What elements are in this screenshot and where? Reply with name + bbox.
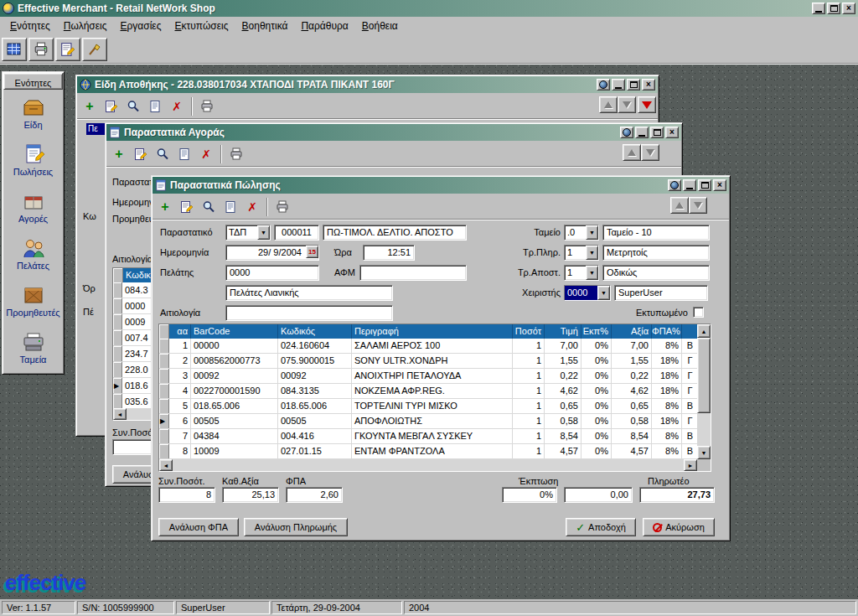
edit-tool-button[interactable] <box>55 38 80 61</box>
register-combo[interactable]: .0 ▼ <box>564 225 599 241</box>
minimize-button[interactable] <box>612 79 625 91</box>
table-row[interactable]: 5 018.65.006 018.65.006 ΤΟΡΤΕΛΙΝΙ ΤΥΡΙ Μ… <box>159 399 711 414</box>
next-record-button[interactable] <box>618 96 636 113</box>
drop-list-button[interactable] <box>638 96 656 113</box>
maximize-button[interactable] <box>627 79 640 91</box>
search-button[interactable] <box>123 96 143 116</box>
dropdown-button[interactable]: ▼ <box>586 246 598 260</box>
print-button[interactable] <box>197 96 217 116</box>
round-indicator-button[interactable] <box>668 179 681 191</box>
table-row[interactable]: 1 00000 024.160604 ΣΑΛΑΜΙ ΑΕΡΟΣ 100 1 7,… <box>159 339 711 354</box>
time-field[interactable]: 12:51 <box>363 245 415 261</box>
customer-code-field[interactable]: 0000 <box>225 265 319 281</box>
sidebar-item-suppliers[interactable]: Προμηθευτές <box>3 277 63 324</box>
print-button[interactable] <box>272 197 292 217</box>
print-tool-button[interactable] <box>28 38 54 61</box>
search-button[interactable] <box>199 197 219 217</box>
maximize-button[interactable] <box>827 3 840 14</box>
operator-combo[interactable]: 0000 ▼ <box>564 285 611 301</box>
prev-record-button[interactable] <box>623 144 641 161</box>
print-button[interactable] <box>226 144 246 164</box>
reason-field[interactable] <box>225 305 393 321</box>
dropdown-button[interactable]: ▼ <box>586 225 598 240</box>
sidebar-item-sales[interactable]: Πωλήσεις <box>3 137 63 184</box>
scroll-up-button[interactable]: ▲ <box>697 324 711 338</box>
dropdown-button[interactable]: ▼ <box>586 266 598 280</box>
horizontal-scrollbar[interactable]: ◄ ► <box>159 459 697 471</box>
sidebar-item-purchases[interactable]: Αγορές <box>3 184 63 230</box>
scrollbar-thumb[interactable] <box>697 338 711 413</box>
shipping-method-field[interactable]: Οδικώς <box>602 265 710 281</box>
edit-button[interactable] <box>101 96 121 116</box>
vat-analysis-button[interactable]: Ανάλυση ΦΠΑ <box>158 518 239 536</box>
document-type-combo[interactable]: ΤΔΠ ▼ <box>225 225 271 241</box>
maximize-button[interactable] <box>698 179 711 191</box>
add-button[interactable]: + <box>80 96 100 116</box>
table-row[interactable]: 6 00505 00505 ΑΠΟΦΛΟΙΩΤΗΣ 1 0,58 0% 0,58… <box>159 414 711 429</box>
table-row[interactable]: 4 0022700001590 084.3135 ΝΟΚΖΕΜΑ ΑΦΡ.REG… <box>159 384 711 399</box>
close-button[interactable]: × <box>842 3 855 14</box>
edit-button[interactable] <box>131 144 151 164</box>
accept-button[interactable]: ✓ Αποδοχή <box>566 518 636 536</box>
payment-method-combo[interactable]: 1 ▼ <box>564 245 599 261</box>
operator-name-field[interactable]: SuperUser <box>614 285 708 301</box>
menu-item[interactable]: Ενότητες <box>3 18 57 34</box>
sidebar-item-registers[interactable]: Ταμεία <box>3 324 63 371</box>
view-button[interactable] <box>220 197 240 217</box>
dropdown-button[interactable]: ▼ <box>597 286 610 300</box>
edit-button[interactable] <box>177 197 197 217</box>
afm-field[interactable] <box>359 265 467 281</box>
menu-item[interactable]: Πωλήσεις <box>57 18 114 34</box>
cancel-button[interactable]: Ακύρωση <box>643 518 715 536</box>
grid-tool-button[interactable] <box>2 38 27 61</box>
sidebar-item-products[interactable]: Είδη <box>3 90 63 137</box>
next-record-button[interactable] <box>689 197 707 214</box>
scroll-right-button[interactable]: ► <box>684 459 697 471</box>
minimize-button[interactable] <box>683 179 696 191</box>
customer-name-field[interactable]: Πελάτες Λιανικής <box>225 285 393 301</box>
minimize-button[interactable] <box>635 127 649 138</box>
payment-method-field[interactable]: Μετρητοίς <box>602 245 710 261</box>
delete-button[interactable]: ✗ <box>242 197 262 217</box>
search-button[interactable] <box>152 144 173 164</box>
delete-button[interactable]: ✗ <box>196 144 216 164</box>
menu-item[interactable]: Παράθυρα <box>294 18 354 34</box>
table-row[interactable]: 8 10009 027.01.15 ΕΝΤΑΜ ΦΡΑΝΤΖΟΛΑ 1 4,57… <box>159 444 711 459</box>
prev-record-button[interactable] <box>670 197 689 214</box>
menu-item[interactable]: Βοήθεια <box>355 18 405 34</box>
view-button[interactable] <box>174 144 194 164</box>
vertical-scrollbar[interactable]: ▲ ▼ <box>697 324 711 459</box>
shipping-method-combo[interactable]: 1 ▼ <box>564 265 599 281</box>
document-description-field[interactable]: ΠΩ-ΤΙΜΟΛ. ΔΕΛΤΙΟ. ΑΠΟΣΤΟ <box>323 225 467 241</box>
round-indicator-button[interactable] <box>620 127 633 138</box>
table-row[interactable]: 7 04384 004.416 ΓΚΟΥΝΤΑ ΜΕΒΓΑΛ ΣΥΣΚΕΥ 1 … <box>159 429 711 444</box>
payment-analysis-button[interactable]: Ανάλυση Πληρωμής <box>244 518 348 536</box>
dropdown-button[interactable]: ▼ <box>257 225 270 240</box>
round-indicator-button[interactable] <box>597 79 610 91</box>
menu-item[interactable]: Εκτυπώσεις <box>168 18 235 34</box>
close-button[interactable]: × <box>713 179 726 191</box>
table-row[interactable]: 3 00092 00092 ΑΝΟΙΧΤΗΡΙ ΠΕΤΑΛΟΥΔΑ 1 0,22… <box>159 369 711 384</box>
table-row[interactable]: 2 0008562000773 075.9000015 SONY ULTR.ΧΟ… <box>159 354 711 369</box>
view-button[interactable] <box>145 96 165 116</box>
printed-checkbox[interactable] <box>693 307 704 318</box>
document-number-field[interactable]: 000011 <box>274 225 319 241</box>
menu-item[interactable]: Εργασίες <box>114 18 168 34</box>
minimize-button[interactable] <box>812 3 825 14</box>
close-button[interactable]: × <box>665 127 679 138</box>
next-record-button[interactable] <box>641 144 659 161</box>
calendar-button[interactable]: 15 <box>306 246 318 258</box>
scroll-down-button[interactable]: ▼ <box>697 446 711 459</box>
register-name-field[interactable]: Ταμείο - 10 <box>602 225 710 241</box>
scroll-left-button[interactable]: ◄ <box>159 459 173 471</box>
maximize-button[interactable] <box>650 127 664 138</box>
prev-record-button[interactable] <box>599 96 618 113</box>
add-button[interactable]: + <box>109 144 129 164</box>
add-button[interactable]: + <box>155 197 175 217</box>
cleanup-tool-button[interactable] <box>82 38 107 61</box>
delete-button[interactable]: ✗ <box>167 96 187 116</box>
sidebar-item-customers[interactable]: Πελάτες <box>3 230 63 277</box>
close-button[interactable]: × <box>642 79 655 91</box>
sidebar-header-button[interactable]: Ενότητες <box>3 73 63 90</box>
scroll-left-button[interactable]: ◄ <box>113 408 127 420</box>
